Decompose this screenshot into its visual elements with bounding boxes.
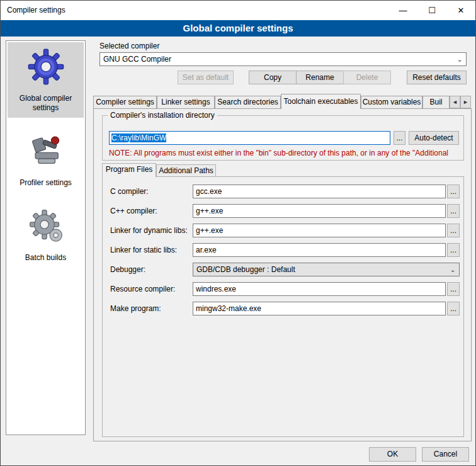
set-as-default-button[interactable]: Set as default [178,71,234,84]
static-linker-label: Linker for static libs: [110,243,177,257]
dynamic-linker-input[interactable] [193,224,446,237]
tab-toolchain-executables[interactable]: Toolchain executables [281,94,361,109]
debugger-label: Debugger: [110,263,145,276]
make-program-input[interactable] [193,302,446,315]
dynamic-linker-browse-button[interactable]: ... [447,224,460,237]
resource-compiler-label: Resource compiler: [110,282,175,296]
sidebar-item-batch-builds[interactable]: Batch builds [8,202,84,268]
installation-directory-input[interactable]: C:\raylib\MinGW [109,131,390,145]
tab-build-options-clipped[interactable]: Buil [422,96,450,108]
cpp-compiler-browse-button[interactable]: ... [447,204,460,218]
tab-custom-variables[interactable]: Custom variables [361,96,422,108]
tab-search-directories[interactable]: Search directories [215,96,281,108]
cancel-button[interactable]: Cancel [422,447,469,462]
cpp-compiler-label: C++ compiler: [110,204,157,218]
selected-compiler-dropdown[interactable]: GNU GCC Compiler ⌄ [99,52,467,66]
sidebar-item-label: Batch builds [9,253,82,263]
toolchain-panel: Compiler's installation directory C:\ray… [93,108,472,441]
reset-defaults-button[interactable]: Reset defaults [407,71,467,84]
c-compiler-label: C compiler: [110,185,149,198]
tab-linker-settings[interactable]: Linker settings [157,96,215,108]
close-button[interactable]: ✕ [446,1,475,20]
program-files-panel: C compiler: ... C++ compiler: ... Linker… [102,176,464,437]
ok-button[interactable]: OK [369,447,416,462]
settings-sidebar: Global compiler settings Profiler settin… [6,40,86,435]
sidebar-item-global-compiler-settings[interactable]: Global compiler settings [8,42,84,118]
batch-builds-icon [28,208,64,244]
installation-directory-title: Compiler's installation directory [108,111,217,120]
subtab-program-files[interactable]: Program Files [102,163,156,177]
installation-directory-browse-button[interactable]: ... [394,131,405,145]
resource-compiler-browse-button[interactable]: ... [447,282,460,296]
sidebar-item-label: Profiler settings [9,178,82,188]
c-compiler-browse-button[interactable]: ... [447,185,460,198]
dynamic-linker-label: Linker for dynamic libs: [110,224,188,237]
make-program-label: Make program: [110,302,161,315]
static-linker-browse-button[interactable]: ... [447,243,460,257]
make-program-browse-button[interactable]: ... [447,302,460,315]
debugger-value: GDB/CDB debugger : Default [196,265,295,274]
window-title: Compiler settings [7,1,65,20]
installation-note: NOTE: All programs must exist either in … [109,149,459,157]
selected-compiler-label: Selected compiler [99,42,159,50]
minimize-button[interactable]: — [388,1,417,20]
profiler-icon [28,133,64,169]
rename-button[interactable]: Rename [296,71,344,84]
subtab-additional-paths[interactable]: Additional Paths [156,164,216,177]
selected-compiler-value: GNU GCC Compiler [103,55,171,64]
installation-directory-group: Compiler's installation directory C:\ray… [102,115,464,161]
installation-directory-value: C:\raylib\MinGW [111,134,166,142]
sidebar-item-profiler-settings[interactable]: Profiler settings [8,127,84,193]
maximize-button[interactable]: ☐ [417,1,446,20]
dialog-header: Global compiler settings [1,20,475,37]
static-linker-input[interactable] [193,243,446,257]
tab-scroll-left-button[interactable]: ◄ [450,96,460,108]
auto-detect-button[interactable]: Auto-detect [409,131,459,145]
debugger-dropdown[interactable]: GDB/CDB debugger : Default ⌄ [193,263,460,276]
compiler-settings-window: Compiler settings — ☐ ✕ Global compiler … [0,0,476,466]
gear-icon [28,48,64,85]
sidebar-item-label: Global compiler settings [9,94,82,113]
chevron-down-icon: ⌄ [454,54,465,65]
delete-button[interactable]: Delete [343,71,391,84]
chevron-down-icon: ⌄ [447,264,458,275]
titlebar: Compiler settings — ☐ ✕ [1,1,475,20]
resource-compiler-input[interactable] [193,282,446,296]
tab-compiler-settings[interactable]: Compiler settings [93,96,157,108]
c-compiler-input[interactable] [193,185,446,198]
cpp-compiler-input[interactable] [193,204,446,218]
tab-scroll-right-button[interactable]: ► [460,96,471,108]
copy-button[interactable]: Copy [249,71,297,84]
